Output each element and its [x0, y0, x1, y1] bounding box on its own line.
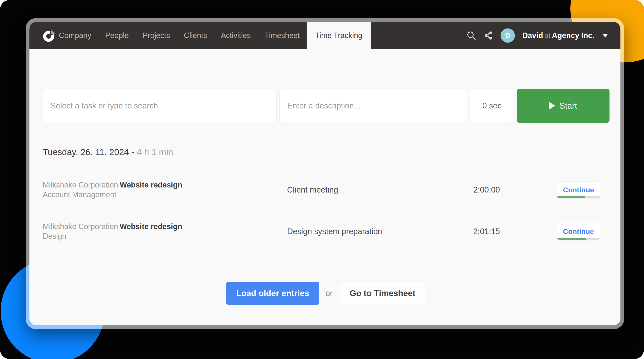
user-avatar[interactable]: D: [500, 28, 515, 43]
continue-button-label: Continue: [563, 227, 594, 236]
entry-action-cell: Continue: [514, 181, 606, 198]
app-window-halo: Company People Projects Clients Activiti…: [26, 18, 624, 329]
page-background: Company People Projects Clients Activiti…: [0, 0, 644, 359]
load-older-entries-button[interactable]: Load older entries: [226, 282, 319, 305]
continue-button-label: Continue: [563, 186, 594, 194]
entry-activity: Design: [43, 231, 276, 241]
task-select-input[interactable]: [43, 89, 276, 123]
play-icon: [549, 102, 555, 109]
nav-tab-projects[interactable]: Projects: [142, 22, 170, 49]
user-menu[interactable]: DavidatAgency Inc.: [522, 31, 594, 40]
entry-progress-track: [557, 238, 600, 240]
continue-button[interactable]: Continue: [557, 223, 600, 240]
day-separator: -: [129, 147, 137, 157]
description-input[interactable]: [280, 89, 467, 123]
nav-tabs: Company People Projects Clients Activiti…: [56, 22, 371, 49]
new-entry-tracker: 0 sec Start: [43, 89, 610, 123]
day-total-time: 4 h 1 min: [137, 147, 173, 157]
nav-tab-timesheet[interactable]: Timesheet: [264, 22, 300, 49]
entry-description: Design system preparation: [280, 227, 464, 236]
entry-client: Milkshake Corporation: [43, 222, 118, 231]
entry-action-cell: Continue: [514, 223, 606, 240]
entry-task-line1: Milkshake CorporationWebsite redesign: [43, 222, 276, 231]
start-button-label: Start: [560, 101, 577, 111]
go-to-timesheet-button[interactable]: Go to Timesheet: [339, 282, 426, 305]
entries-footer: Load older entries or Go to Timesheet: [43, 282, 610, 305]
chevron-down-icon[interactable]: [602, 34, 608, 37]
entry-activity: Account Management: [43, 190, 276, 199]
continue-button[interactable]: Continue: [557, 181, 600, 198]
user-company: Agency Inc.: [552, 31, 594, 40]
or-label: or: [326, 289, 333, 298]
search-button[interactable]: [466, 31, 476, 40]
nav-tab-activities[interactable]: Activities: [221, 22, 251, 49]
user-connector: at: [543, 31, 552, 40]
entry-duration: 2:00:00: [467, 185, 511, 194]
nav-tab-people[interactable]: People: [105, 22, 129, 49]
nav-tab-clients[interactable]: Clients: [184, 22, 207, 49]
share-button[interactable]: [484, 31, 493, 40]
entry-task-cell: Milkshake CorporationWebsite redesign Ac…: [43, 180, 276, 199]
user-first-name: David: [522, 31, 543, 40]
timer-display: 0 sec: [470, 89, 514, 123]
entry-duration: 2:01:15: [467, 227, 511, 236]
entry-description: Client meeting: [280, 185, 464, 194]
navbar-right-cluster: D DavidatAgency Inc.: [466, 22, 608, 49]
entry-project: Website redesign: [120, 181, 182, 189]
nav-tab-time-tracking[interactable]: Time Tracking: [307, 22, 371, 49]
entry-client: Milkshake Corporation: [43, 181, 118, 189]
time-tracking-content: 0 sec Start Tuesday, 26. 11. 2024 - 4 h …: [30, 49, 620, 325]
top-navbar: Company People Projects Clients Activiti…: [30, 22, 620, 49]
day-header: Tuesday, 26. 11. 2024 - 4 h 1 min: [43, 147, 610, 158]
entry-progress-bar: [557, 196, 585, 198]
app-window: Company People Projects Clients Activiti…: [30, 22, 620, 325]
entry-project: Website redesign: [120, 222, 182, 231]
start-button[interactable]: Start: [517, 89, 610, 123]
nav-tab-company[interactable]: Company: [59, 22, 91, 49]
entry-task-line1: Milkshake CorporationWebsite redesign: [43, 180, 276, 190]
pie-chart-logo-icon: [42, 28, 56, 42]
search-icon: [466, 31, 476, 40]
day-date: Tuesday, 26. 11. 2024: [43, 147, 129, 157]
share-icon: [484, 31, 493, 40]
app-logo[interactable]: [42, 28, 56, 42]
time-entry-row: Milkshake CorporationWebsite redesign Ac…: [43, 177, 610, 203]
entry-task-cell: Milkshake CorporationWebsite redesign De…: [43, 222, 276, 241]
entry-progress-bar: [557, 238, 586, 240]
time-entry-row: Milkshake CorporationWebsite redesign De…: [43, 219, 610, 244]
entry-progress-track: [557, 196, 600, 198]
